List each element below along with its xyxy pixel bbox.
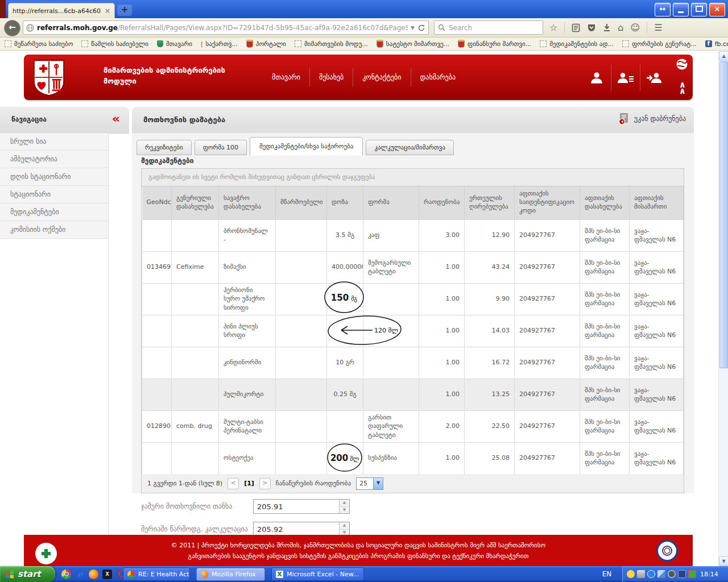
bookmark-item[interactable]: წამლის საძიებელი: [81, 40, 148, 48]
go-back-button[interactable]: უკან დაბრუნება: [618, 113, 686, 125]
network-icon[interactable]: [657, 570, 665, 578]
sidebar-item[interactable]: სტაციონარი: [0, 186, 108, 203]
table-row[interactable]: ოსტეოქეასუსპენზია1.0025.08204927767შპს ე…: [142, 442, 684, 474]
table-row[interactable]: ბრონხომუნალ -3.5 მგკაფ3.0012.90204927767…: [142, 219, 684, 251]
site-nav-item[interactable]: შესახებ: [309, 68, 353, 87]
user-list-icon[interactable]: [611, 65, 640, 91]
chrome-icon[interactable]: [61, 569, 71, 579]
tab-close-icon[interactable]: ×: [105, 7, 110, 15]
column-header[interactable]: მწარმოებელი: [276, 186, 327, 219]
search-input[interactable]: Search: [434, 20, 543, 35]
scrollbar-thumb[interactable]: [719, 61, 728, 368]
task-button[interactable]: XMicrosoft Excel - New...: [271, 568, 364, 581]
reading-list-icon[interactable]: [572, 23, 580, 32]
url-bar[interactable]: referrals.moh.gov.ge/ReferralsHall/Pages…: [23, 20, 429, 35]
column-header[interactable]: რაოდენობა: [419, 186, 465, 219]
reload-icon[interactable]: [417, 24, 425, 32]
page-size-select[interactable]: 25 ▼: [356, 477, 383, 490]
task-button[interactable]: Mozilla Firefox: [196, 568, 265, 581]
sidebar-item[interactable]: მედიკამენტები: [0, 203, 108, 221]
new-tab-button[interactable]: +: [117, 5, 132, 16]
minimize-button[interactable]: [673, 3, 689, 16]
site-nav-item[interactable]: მთავარი: [263, 68, 309, 87]
column-header[interactable]: GeoNdc: [142, 186, 172, 219]
table-cell: შპს ეი-ბი-სი ფარმაცია: [580, 219, 630, 251]
hello-smiley-icon[interactable]: ☺: [631, 23, 640, 32]
start-button[interactable]: start: [0, 566, 55, 582]
table-cell: 1.00: [419, 442, 465, 474]
close-button[interactable]: ×: [709, 3, 725, 16]
menu-hamburger-icon[interactable]: ☰: [654, 23, 662, 32]
sidebar-collapse-icon[interactable]: «: [112, 111, 120, 126]
table-row[interactable]: 012890comb. drugმულტი-ტაბსი პერინატალიგა…: [142, 410, 684, 442]
xmp-icon[interactable]: X: [102, 569, 112, 579]
resize-extension-button[interactable]: ↔: [655, 3, 671, 16]
scroll-up-icon[interactable]: ▲: [719, 51, 728, 61]
column-header[interactable]: აფთიაქის მისამართი: [630, 186, 684, 219]
sidebar-item[interactable]: ამბულატორია: [0, 151, 108, 168]
teamviewer-icon[interactable]: [647, 570, 655, 578]
logout-user-icon[interactable]: [640, 65, 669, 91]
tab-active[interactable]: მედიკამენტები/სხვა საჭიროება: [250, 137, 363, 156]
sidebar-item[interactable]: დღის სტაციონარი: [0, 168, 108, 186]
pocket-icon[interactable]: [587, 23, 596, 32]
download-icon[interactable]: [603, 23, 611, 32]
scrollbar[interactable]: ▲ ▼: [718, 51, 728, 566]
display-icon[interactable]: [688, 570, 696, 578]
column-header[interactable]: აფთიაქის საიდენტიფიკაციო კოდი: [515, 186, 580, 219]
url-dropdown-icon[interactable]: ▼: [411, 25, 415, 31]
spinner-control[interactable]: ▲▼: [339, 522, 349, 536]
back-button[interactable]: ←: [4, 20, 20, 36]
bookmark-item[interactable]: მედიკამენტების ად...: [540, 40, 614, 48]
language-indicator[interactable]: EN: [596, 568, 618, 580]
browser-tab[interactable]: http://referrals...6cb-a64c6078eb1a ×: [8, 3, 115, 18]
bookmark-item[interactable]: ffb.com: [705, 40, 728, 48]
printer-icon[interactable]: [637, 570, 645, 578]
profile-user-icon[interactable]: [582, 65, 611, 91]
next-page-button[interactable]: >: [259, 478, 271, 489]
bookmark-item[interactable]: მიმართვების მოდუ...: [295, 40, 368, 48]
total-requested-input[interactable]: 205.91 ▲▼: [253, 499, 350, 514]
firefox-icon[interactable]: [89, 569, 98, 579]
bookmark-item[interactable]: ფინანსური მართვი...: [458, 40, 531, 48]
tab-item[interactable]: რეკვიზიტები: [136, 140, 192, 155]
bookmark-item[interactable]: მთავარი: [157, 40, 192, 48]
skype-icon[interactable]: [627, 570, 635, 578]
prev-page-button[interactable]: <: [228, 478, 239, 489]
sidebar-item[interactable]: კომისიის ოქმები: [0, 221, 108, 239]
bookmark-item[interactable]: |საქართვ...: [201, 40, 238, 48]
tab-item[interactable]: ფორმა 100: [195, 140, 247, 155]
current-page[interactable]: [1]: [244, 480, 254, 487]
column-header[interactable]: სავაჭრო დასახელება: [219, 186, 276, 219]
table-row[interactable]: პინი პლიუს სროფი1.0014.03204927767შპს ეი…: [142, 315, 684, 347]
device-icon[interactable]: [678, 570, 686, 578]
bookmark-star-icon[interactable]: ☆: [549, 23, 557, 32]
bookmark-item[interactable]: სატესტო მიმართვე...: [377, 40, 449, 48]
tab-item[interactable]: კალკულაცია/მიმართვა: [366, 140, 453, 155]
task-button[interactable]: RE: E Health Activitie...: [123, 568, 190, 581]
volume-icon[interactable]: [668, 570, 676, 578]
table-row[interactable]: კინდინორმი10 გრ1.0016.72204927767შპს ეი-…: [142, 347, 684, 379]
table-row[interactable]: ჰერბიონი სურო უშაქრო სიროფი1.009.9020492…: [142, 283, 684, 315]
column-header[interactable]: ერთეულის ღირებულება: [465, 186, 515, 219]
internet-explorer-icon[interactable]: e: [75, 569, 85, 579]
table-row[interactable]: პულმიკორტი0.25 მგ1.0013.25204927767შპს ე…: [142, 379, 684, 410]
home-icon[interactable]: ⌂: [618, 23, 623, 32]
column-header[interactable]: ფორმა: [363, 186, 419, 219]
column-header[interactable]: დოზა: [327, 186, 363, 219]
bookmark-item[interactable]: პორტალი: [246, 40, 286, 48]
column-header[interactable]: აფთიაქის დასახელება: [580, 186, 630, 219]
collapse-header-icon[interactable]: ∧∧: [679, 82, 686, 94]
language-globe-icon[interactable]: [676, 58, 688, 70]
spinner-control[interactable]: ▲▼: [339, 500, 349, 513]
column-header[interactable]: გენერიული დასახელება: [172, 186, 219, 219]
table-row[interactable]: 013469Cefiximeზიმაქსი400.00000შემოგარსულ…: [142, 251, 684, 283]
bookmark-item[interactable]: ფორმების გენერატ...: [622, 40, 697, 48]
select-dropdown-icon[interactable]: ▼: [373, 478, 383, 489]
site-nav-item[interactable]: დახმარება: [411, 68, 465, 87]
scroll-down-icon[interactable]: ▼: [719, 556, 728, 566]
bookmark-item[interactable]: მეწარმეთა საძიებო: [5, 40, 73, 48]
site-nav-item[interactable]: კონტაქტები: [353, 68, 410, 87]
maximize-button[interactable]: [691, 3, 707, 16]
sidebar-item[interactable]: სრული სია: [0, 133, 108, 151]
